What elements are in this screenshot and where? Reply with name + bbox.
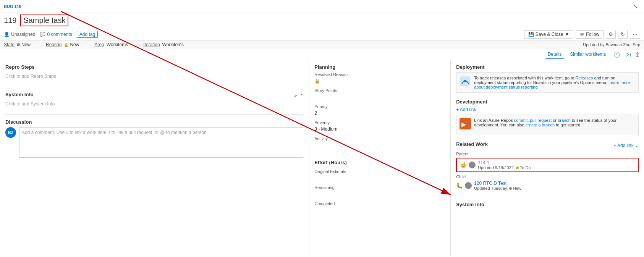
original-estimate-value[interactable] xyxy=(314,175,445,181)
resolved-reason-field: Resolved Reason 🔒 xyxy=(314,72,445,84)
branch-link[interactable]: branch xyxy=(558,118,571,123)
area-meta: Area Workitems xyxy=(94,42,128,47)
story-points-value[interactable] xyxy=(314,94,445,100)
deployment-section: Deployment To track releases associated … xyxy=(456,64,639,93)
system-info-title: System Info xyxy=(5,92,34,97)
dropdown-chevron-icon: ▼ xyxy=(565,32,569,37)
parent-id-link[interactable]: 114 1 xyxy=(478,160,489,165)
remaining-value[interactable] xyxy=(314,191,445,197)
system-info-input[interactable]: Click to add System Info xyxy=(5,100,303,108)
reason-meta: Reason 🔒 New xyxy=(46,42,79,47)
middle-panel: Planning Resolved Reason 🔒 Story Points … xyxy=(309,60,451,256)
links-count[interactable]: (2) xyxy=(625,52,631,57)
comment-icon: 💬 xyxy=(40,32,45,37)
more-options-button[interactable]: ⋯ xyxy=(630,30,640,39)
completed-value[interactable] xyxy=(314,207,445,213)
effort-title: Effort (Hours) xyxy=(314,160,445,165)
save-close-button[interactable]: 💾 Save & Close ▼ xyxy=(524,30,574,39)
discussion-title: Discussion xyxy=(5,119,303,125)
child-label: Child xyxy=(456,175,639,179)
related-work-header: Related Work + Add link ⌄ xyxy=(456,141,639,149)
parent-label: Parent xyxy=(456,152,639,156)
work-item-title[interactable]: Sample task xyxy=(20,15,68,26)
child-meta: Updated Tuesday, New xyxy=(474,186,521,191)
svg-point-3 xyxy=(464,80,466,82)
create-branch-link[interactable]: create a branch xyxy=(526,123,555,127)
iteration-meta: Iteration Workitems xyxy=(143,42,184,47)
activity-label: Activity xyxy=(314,136,445,141)
work-item-id: 119 xyxy=(4,16,16,25)
severity-label: Severity xyxy=(314,120,445,125)
original-estimate-field: Original Estimate xyxy=(314,169,445,181)
area-label[interactable]: Area xyxy=(94,42,104,47)
original-estimate-label: Original Estimate xyxy=(314,169,445,174)
discussion-section: Discussion BZ Add a comment. Use # to li… xyxy=(5,119,303,158)
deployment-title: Deployment xyxy=(456,64,639,70)
development-title: Development xyxy=(456,99,639,105)
main-content: Repro Steps Click to add Repro Steps Sys… xyxy=(0,60,644,256)
tabs-row: Details Similar workitems 🕐 (2) 🗑 xyxy=(0,49,644,60)
status-dot-todo xyxy=(516,166,519,169)
effort-section: Effort (Hours) Original Estimate Remaini… xyxy=(314,160,445,213)
releases-link[interactable]: Releases xyxy=(576,76,593,80)
settings-icon-button[interactable]: ⚙ xyxy=(606,30,616,39)
refresh-icon-button[interactable]: ↻ xyxy=(618,30,628,39)
left-panel: Repro Steps Click to add Repro Steps Sys… xyxy=(0,60,309,256)
reason-label: Reason xyxy=(46,42,61,47)
story-points-label: Story Points xyxy=(314,88,445,93)
tab-similar-workitems[interactable]: Similar workitems xyxy=(568,50,608,59)
save-icon: 💾 xyxy=(528,32,534,37)
follow-button[interactable]: 👁 Follow xyxy=(576,30,604,39)
repro-steps-section: Repro Steps Click to add Repro Steps xyxy=(5,64,303,81)
add-tag-button[interactable]: Add tag xyxy=(77,31,98,38)
azure-repos-icon: ▶ xyxy=(460,118,471,132)
updated-info: Updated by Bowman Zhu: Sep xyxy=(583,42,640,47)
planning-section: Planning Resolved Reason 🔒 Story Points … xyxy=(314,64,445,149)
parent-item[interactable]: 👑 114 1 Updated 9/19/2022, To Do xyxy=(456,158,639,172)
comments-button[interactable]: 💬 0 comments xyxy=(40,32,72,37)
system-info-section: System Info ⇗ ⌃ Click to add System Info xyxy=(5,92,303,108)
resolved-reason-label: Resolved Reason xyxy=(314,72,445,77)
comment-input[interactable]: Add a comment. Use # to link a work item… xyxy=(19,127,303,158)
collapse-icon[interactable]: ⌃ xyxy=(299,93,303,99)
priority-field: Priority 2 xyxy=(314,104,445,116)
iteration-label: Iteration xyxy=(143,42,160,47)
priority-value[interactable]: 2 xyxy=(314,110,445,116)
related-work-section: Related Work + Add link ⌄ Parent 👑 114 1… xyxy=(456,141,639,191)
pull-request-link[interactable]: pull request xyxy=(530,118,552,123)
system-info-right-title: System Info xyxy=(456,202,639,207)
deployment-box: To track releases associated with this w… xyxy=(456,72,639,93)
history-icon-button[interactable]: 🕐 xyxy=(612,51,621,58)
area-value: Workitems xyxy=(107,42,128,47)
expand-icon[interactable]: ⤡ xyxy=(631,2,640,11)
deployment-icon xyxy=(460,76,471,89)
status-dot-new xyxy=(509,187,512,190)
expand-arrows-icon[interactable]: ⇗ xyxy=(293,93,297,99)
commit-link[interactable]: commit xyxy=(514,118,527,123)
severity-field: Severity 3 - Medium xyxy=(314,120,445,133)
child-avatar xyxy=(465,182,472,189)
add-link-button-dev[interactable]: + Add link xyxy=(456,107,476,112)
activity-value[interactable] xyxy=(314,142,445,149)
add-link-dropdown-button[interactable]: + Add link ⌄ xyxy=(613,143,639,148)
reason-value: 🔒 New xyxy=(64,42,79,47)
child-id-link[interactable]: 120 RTCID Test xyxy=(474,181,506,186)
tab-details[interactable]: Details xyxy=(545,50,564,59)
state-label[interactable]: State xyxy=(4,42,15,47)
repro-steps-input[interactable]: Click to add Repro Steps xyxy=(5,72,303,81)
learn-more-link[interactable]: Learn more about deployment status repor… xyxy=(474,80,630,89)
bug-breadcrumb-link[interactable]: BUG 119 xyxy=(4,4,21,9)
svg-text:▶: ▶ xyxy=(461,121,466,128)
resolved-reason-value[interactable]: 🔒 xyxy=(314,78,445,84)
assigned-user[interactable]: 👤 Unassigned xyxy=(4,32,35,37)
comment-input-row: BZ Add a comment. Use # to link a work i… xyxy=(5,127,303,158)
remaining-field: Remaining xyxy=(314,185,445,197)
severity-value[interactable]: 3 - Medium xyxy=(314,126,445,133)
planning-title: Planning xyxy=(314,64,445,70)
state-value: New xyxy=(17,42,31,47)
development-box: ▶ Link an Azure Repos commit, pull reque… xyxy=(456,115,639,135)
completed-label: Completed xyxy=(314,201,445,206)
parent-avatar xyxy=(469,162,476,168)
delete-icon-button[interactable]: 🗑 xyxy=(635,52,640,58)
completed-field: Completed xyxy=(314,201,445,213)
